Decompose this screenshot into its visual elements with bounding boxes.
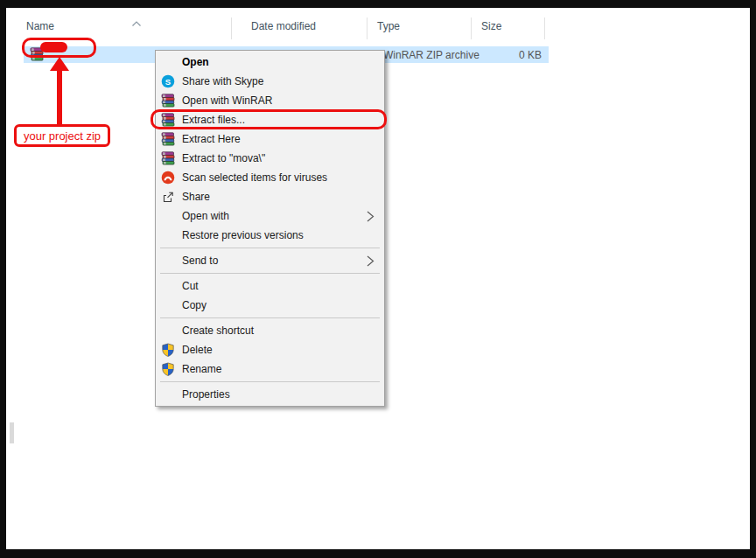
- context-menu-item-copy[interactable]: Copy: [156, 296, 384, 315]
- submenu-chevron-icon: [367, 255, 374, 267]
- winrar-icon: [161, 132, 175, 146]
- menu-item-label: Properties: [182, 388, 384, 401]
- menu-separator: [160, 273, 380, 274]
- file-type: WinRAR ZIP archive: [383, 49, 480, 61]
- uac-shield-icon: [161, 343, 175, 357]
- context-menu-item-cut[interactable]: Cut: [156, 276, 384, 296]
- context-menu-item-delete[interactable]: Delete: [156, 340, 384, 359]
- menu-item-label: Delete: [182, 344, 384, 356]
- annotation-label: your project zip: [14, 124, 110, 147]
- winrar-icon: [161, 94, 175, 108]
- menu-icon-spacer: [161, 55, 175, 69]
- submenu-chevron-icon: [367, 211, 374, 222]
- menu-item-label: Rename: [182, 363, 384, 375]
- column-header-size[interactable]: Size: [481, 20, 501, 32]
- sort-ascending-icon[interactable]: [131, 15, 142, 21]
- uac-shield-icon: [161, 362, 175, 376]
- annotation-redacted-filename: [40, 42, 67, 52]
- context-menu-item-rename[interactable]: Rename: [156, 359, 384, 379]
- menu-item-label: Cut: [182, 280, 384, 292]
- column-divider[interactable]: [471, 17, 472, 39]
- context-menu-item-create-shortcut[interactable]: Create shortcut: [156, 321, 384, 340]
- context-menu-item-share-with-skype[interactable]: S Share with Skype: [156, 72, 384, 91]
- annotation-arrow-shaft: [57, 68, 62, 126]
- scrollbar-fragment: [10, 422, 14, 443]
- context-menu-item-share[interactable]: Share: [156, 187, 384, 206]
- column-header-name[interactable]: Name: [26, 20, 54, 32]
- context-menu-item-open-with[interactable]: Open with: [156, 206, 384, 226]
- menu-icon-spacer: [161, 298, 175, 312]
- screenshot-frame: Name Date modified Type Size: [0, 0, 756, 558]
- menu-item-label: Create shortcut: [182, 324, 384, 337]
- menu-item-label: Share with Skype: [182, 75, 384, 87]
- column-divider[interactable]: [544, 17, 545, 39]
- menu-item-label: Scan selected items for viruses: [182, 171, 384, 184]
- context-menu-item-properties[interactable]: Properties: [156, 385, 384, 404]
- file-size: 0 KB: [519, 49, 542, 61]
- skype-icon: S: [161, 74, 175, 88]
- column-divider[interactable]: [231, 17, 232, 39]
- avira-icon: [161, 171, 175, 185]
- context-menu-item-extract-to-mova[interactable]: Extract to "mova\": [156, 149, 384, 168]
- menu-item-label: Send to: [182, 255, 367, 267]
- menu-icon-spacer: [161, 228, 175, 242]
- menu-item-label: Extract Here: [182, 133, 384, 145]
- menu-icon-spacer: [161, 324, 175, 338]
- context-menu-item-open[interactable]: Open: [156, 52, 384, 72]
- context-menu-item-open-with-winrar[interactable]: Open with WinRAR: [156, 91, 384, 110]
- context-menu-item-extract-here[interactable]: Extract Here: [156, 129, 384, 149]
- column-header-type[interactable]: Type: [377, 20, 400, 32]
- context-menu-item-send-to[interactable]: Send to: [156, 251, 384, 270]
- menu-item-label: Copy: [182, 299, 384, 311]
- menu-separator: [160, 381, 380, 382]
- context-menu-item-restore-previous-versions[interactable]: Restore previous versions: [156, 226, 384, 245]
- menu-item-label: Open: [182, 56, 384, 68]
- menu-icon-spacer: [161, 254, 175, 268]
- column-divider[interactable]: [367, 17, 368, 39]
- menu-icon-spacer: [161, 387, 175, 401]
- annotation-highlight-extract-files: [150, 109, 387, 129]
- menu-item-label: Extract to "mova\": [182, 152, 384, 164]
- context-menu-item-scan-selected-items-for-viruses[interactable]: Scan selected items for viruses: [156, 168, 384, 187]
- menu-separator: [160, 317, 380, 318]
- winrar-icon: [161, 151, 175, 165]
- context-menu: Open S Share with Skype Open with WinRAR: [155, 50, 385, 407]
- menu-item-label: Restore previous versions: [182, 229, 384, 241]
- menu-separator: [160, 248, 380, 248]
- column-header-date-modified[interactable]: Date modified: [251, 20, 316, 32]
- menu-item-label: Share: [182, 191, 384, 203]
- menu-icon-spacer: [161, 209, 175, 223]
- menu-item-label: Open with: [182, 210, 367, 222]
- menu-item-label: Open with WinRAR: [182, 94, 384, 107]
- menu-icon-spacer: [161, 279, 175, 293]
- svg-text:S: S: [165, 77, 171, 87]
- share-icon: [161, 190, 175, 204]
